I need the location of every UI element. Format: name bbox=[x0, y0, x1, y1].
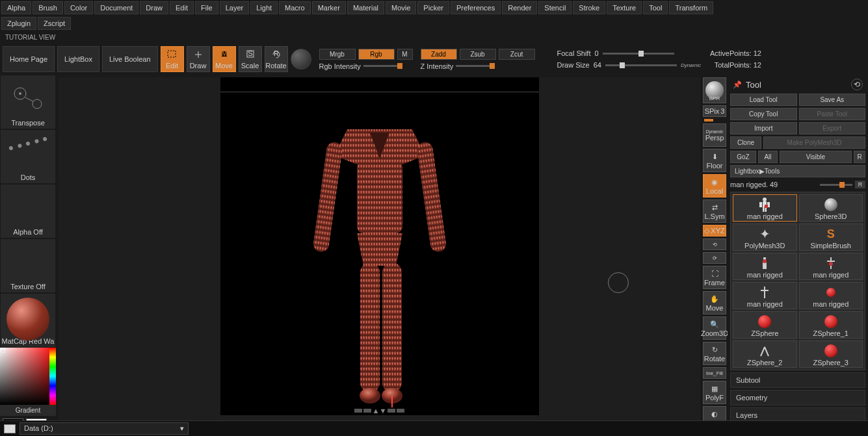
tool-item-man-rigged-5[interactable]: man rigged bbox=[799, 282, 863, 309]
menu-marker[interactable]: Marker bbox=[312, 1, 346, 14]
lsym-button[interactable]: ⇄L.Sym bbox=[703, 199, 726, 223]
alpha-tile[interactable]: Alpha Off bbox=[0, 184, 56, 238]
all-button[interactable]: All bbox=[758, 151, 778, 163]
clone-button[interactable]: Clone bbox=[730, 136, 761, 149]
menu-texture[interactable]: Texture bbox=[607, 1, 642, 14]
menu-macro[interactable]: Macro bbox=[279, 1, 311, 14]
save-as-button[interactable]: Save As bbox=[799, 94, 866, 106]
menu-stroke[interactable]: Stroke bbox=[573, 1, 605, 14]
tool-item-zsphere-1[interactable]: ZSphere_1 bbox=[799, 311, 863, 339]
scale-mode-button[interactable]: SScale bbox=[239, 46, 262, 72]
menu-material[interactable]: Material bbox=[347, 1, 384, 14]
lightbox-button[interactable]: LightBox bbox=[57, 46, 99, 72]
menu-transform[interactable]: Transform bbox=[669, 1, 713, 14]
menu-alpha[interactable]: Alpha bbox=[1, 1, 31, 14]
accordion-subtool[interactable]: Subtool bbox=[730, 372, 865, 388]
dynamic-label[interactable]: Dynamic bbox=[681, 62, 701, 68]
menu-file[interactable]: File bbox=[195, 1, 218, 14]
drive-dropdown[interactable]: Data (D:)▾ bbox=[20, 422, 189, 435]
menu-stencil[interactable]: Stencil bbox=[538, 1, 572, 14]
visible-button[interactable]: Visible bbox=[780, 151, 852, 163]
menu-zscript[interactable]: Zscript bbox=[38, 17, 71, 30]
tool-item-zsphere-2[interactable]: ZSphere_2 bbox=[733, 340, 797, 368]
draw-size-slider[interactable] bbox=[605, 64, 677, 66]
r-button-2[interactable]: R bbox=[855, 181, 865, 188]
mrgb-button[interactable]: Mrgb bbox=[319, 49, 356, 60]
frame-button[interactable]: ⛶Frame bbox=[703, 266, 726, 289]
refresh-icon[interactable]: ⟲ bbox=[851, 79, 863, 90]
transpose-tile[interactable]: Transpose bbox=[0, 75, 56, 129]
persp-button[interactable]: DynamicPersp bbox=[703, 123, 726, 147]
axis-toggle-1[interactable]: ⟲ bbox=[703, 238, 726, 250]
menu-brush[interactable]: Brush bbox=[33, 1, 63, 14]
rgb-intensity-slider[interactable] bbox=[363, 65, 402, 67]
make-polymesh-button[interactable]: Make PolyMesh3D bbox=[763, 136, 865, 149]
tool-item-man-rigged-2[interactable]: man rigged bbox=[733, 253, 797, 280]
export-button[interactable]: Export bbox=[799, 122, 866, 135]
ine-fill-button[interactable]: Ine_Fill bbox=[703, 367, 726, 379]
menu-draw[interactable]: Draw bbox=[140, 1, 168, 14]
tool-item-zsphere-3[interactable]: ZSphere_3 bbox=[799, 340, 863, 368]
zadd-button[interactable]: Zadd bbox=[421, 49, 457, 60]
menu-zplugin[interactable]: Zplugin bbox=[1, 17, 36, 30]
menu-picker[interactable]: Picker bbox=[417, 1, 449, 14]
xyz-button[interactable]: ◇XYZ bbox=[703, 225, 726, 237]
gradient-toggle[interactable]: Gradient bbox=[0, 405, 56, 416]
move-mode-button[interactable]: MMove bbox=[213, 46, 236, 72]
home-page-button[interactable]: Home Page bbox=[3, 46, 55, 72]
tool-item-man-rigged[interactable]: man rigged bbox=[733, 194, 797, 222]
dots-tile[interactable]: Dots bbox=[0, 129, 56, 184]
load-tool-button[interactable]: Load Tool bbox=[730, 94, 797, 106]
axis-toggle-2[interactable]: ⟳ bbox=[703, 252, 726, 264]
matcap-tile[interactable]: MatCap Red Wa bbox=[0, 293, 56, 348]
accordion-geometry[interactable]: Geometry bbox=[730, 390, 865, 405]
zcut-button[interactable]: Zcut bbox=[499, 49, 535, 60]
rotate-view-button[interactable]: ↻Rotate bbox=[703, 342, 726, 365]
color-picker[interactable] bbox=[0, 348, 56, 405]
tool-item-zsphere[interactable]: ZSphere bbox=[733, 311, 797, 339]
z-intensity-slider[interactable] bbox=[456, 65, 495, 67]
floor-button[interactable]: ⬇Floor bbox=[703, 149, 726, 172]
local-button[interactable]: ◉Local bbox=[703, 174, 726, 198]
tool-item-man-rigged-3[interactable]: man rigged bbox=[799, 253, 863, 280]
drive-icon[interactable] bbox=[4, 424, 16, 433]
rotate-mode-button[interactable]: RRotate bbox=[265, 46, 288, 72]
import-button[interactable]: Import bbox=[730, 122, 797, 135]
menu-render[interactable]: Render bbox=[502, 1, 537, 14]
focal-shift-slider[interactable] bbox=[603, 53, 674, 55]
menu-color[interactable]: Color bbox=[64, 1, 93, 14]
zoom-button[interactable]: 🔍Zoom3D bbox=[703, 316, 726, 340]
spix-slider[interactable]: SPix 3 bbox=[703, 105, 726, 117]
copy-tool-button[interactable]: Copy Tool bbox=[730, 108, 797, 120]
tool-item-man-rigged-4[interactable]: man rigged bbox=[733, 282, 797, 309]
paste-tool-button[interactable]: Paste Tool bbox=[799, 108, 866, 120]
live-boolean-button[interactable]: Live Boolean bbox=[102, 46, 158, 72]
polyf-button[interactable]: ▦PolyF bbox=[703, 381, 726, 404]
edit-mode-button[interactable]: Edit bbox=[161, 46, 184, 72]
zsub-button[interactable]: Zsub bbox=[460, 49, 496, 60]
m-button[interactable]: M bbox=[397, 49, 413, 60]
canvas-bottom-handle[interactable]: ▲▼ bbox=[220, 406, 539, 415]
hue-bar[interactable] bbox=[49, 348, 56, 405]
r-button-1[interactable]: R bbox=[854, 151, 865, 163]
menu-preferences[interactable]: Preferences bbox=[451, 1, 501, 14]
menu-movie[interactable]: Movie bbox=[386, 1, 416, 14]
tool-item-polymesh3d[interactable]: ✦PolyMesh3D bbox=[733, 224, 797, 251]
menu-layer[interactable]: Layer bbox=[220, 1, 250, 14]
goz-button[interactable]: GoZ bbox=[730, 151, 756, 163]
menu-document[interactable]: Document bbox=[94, 1, 138, 14]
tool-item-sphere3d[interactable]: Sphere3D bbox=[799, 194, 863, 222]
material-sphere[interactable] bbox=[291, 49, 311, 70]
menu-edit[interactable]: Edit bbox=[170, 1, 194, 14]
bpr-button[interactable]: BPR bbox=[703, 77, 726, 103]
move-view-button[interactable]: ✋Move bbox=[703, 291, 726, 314]
menu-light[interactable]: Light bbox=[250, 1, 278, 14]
draw-mode-button[interactable]: Draw bbox=[187, 46, 210, 72]
tool-slider[interactable] bbox=[820, 184, 852, 186]
lightbox-tools-button[interactable]: Lightbox▶Tools bbox=[730, 165, 865, 177]
texture-tile[interactable]: Texture Off bbox=[0, 238, 56, 293]
pin-icon[interactable]: 📌 bbox=[733, 81, 742, 89]
menu-tool[interactable]: Tool bbox=[643, 1, 668, 14]
tool-item-simplebrush[interactable]: SSimpleBrush bbox=[799, 224, 863, 251]
viewport-canvas[interactable]: ▲▼ bbox=[220, 77, 539, 415]
